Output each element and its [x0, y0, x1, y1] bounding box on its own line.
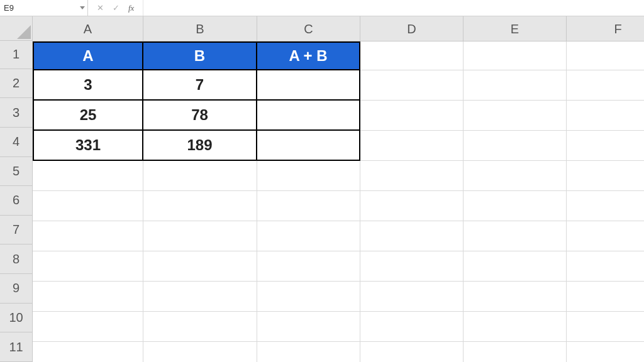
row-header-8[interactable]: 8 — [0, 244, 33, 274]
row-header-10[interactable]: 10 — [0, 304, 33, 333]
chevron-down-icon[interactable] — [80, 6, 85, 9]
table-row — [33, 191, 644, 221]
cell-C6[interactable] — [257, 191, 360, 221]
cancel-icon[interactable]: ✕ — [97, 4, 104, 12]
cell-B4[interactable]: 189 — [143, 131, 257, 161]
cell-C9[interactable] — [257, 282, 360, 312]
cell-C4[interactable] — [257, 131, 360, 161]
row-header-2[interactable]: 2 — [0, 69, 33, 99]
table-row — [33, 312, 644, 342]
cell-E3[interactable] — [464, 101, 567, 131]
cell-F10[interactable] — [567, 312, 644, 342]
cell-F8[interactable] — [567, 251, 644, 282]
formula-input[interactable] — [143, 0, 644, 16]
cell-E11[interactable] — [464, 342, 567, 362]
cell-E8[interactable] — [464, 251, 567, 282]
row-header-9[interactable]: 9 — [0, 274, 33, 304]
cell-B8[interactable] — [143, 251, 257, 282]
cell-B3[interactable]: 78 — [143, 101, 257, 131]
confirm-icon[interactable]: ✓ — [113, 4, 119, 12]
cell-E1[interactable] — [464, 41, 567, 70]
cell-E2[interactable] — [464, 70, 567, 101]
cell-A7[interactable] — [33, 221, 143, 251]
cell-C2[interactable] — [257, 70, 360, 101]
row-header-5[interactable]: 5 — [0, 157, 33, 187]
table-row — [33, 251, 644, 282]
cell-C3[interactable] — [257, 101, 360, 131]
col-header-D[interactable]: D — [360, 16, 464, 41]
cell-C8[interactable] — [257, 251, 360, 282]
cell-B7[interactable] — [143, 221, 257, 251]
cell-F7[interactable] — [567, 221, 644, 251]
cell-A9[interactable] — [33, 282, 143, 312]
cell-F4[interactable] — [567, 131, 644, 161]
cell-D10[interactable] — [360, 312, 464, 342]
cell-B5[interactable] — [143, 161, 257, 191]
cell-B10[interactable] — [143, 312, 257, 342]
cell-A3[interactable]: 25 — [33, 101, 143, 131]
cell-A1[interactable]: A — [33, 41, 143, 70]
cell-A11[interactable] — [33, 342, 143, 362]
formula-bar-buttons: ✕ ✓ fx — [88, 0, 143, 16]
cell-D2[interactable] — [360, 70, 464, 101]
cell-E7[interactable] — [464, 221, 567, 251]
cell-F9[interactable] — [567, 282, 644, 312]
cell-A4[interactable]: 331 — [33, 131, 143, 161]
cell-C11[interactable] — [257, 342, 360, 362]
col-header-F[interactable]: F — [567, 16, 644, 41]
cell-D5[interactable] — [360, 161, 464, 191]
cell-F1[interactable] — [567, 41, 644, 70]
cell-B6[interactable] — [143, 191, 257, 221]
cell-B1[interactable]: B — [143, 41, 257, 70]
fx-icon[interactable]: fx — [128, 4, 134, 12]
cell-D9[interactable] — [360, 282, 464, 312]
col-header-A[interactable]: A — [33, 16, 143, 41]
cell-C7[interactable] — [257, 221, 360, 251]
cell-F5[interactable] — [567, 161, 644, 191]
table-row: 331 189 — [33, 131, 644, 161]
row-header-11[interactable]: 11 — [0, 332, 33, 362]
cell-A5[interactable] — [33, 161, 143, 191]
grid-area: A B C D E F A B A + B 3 7 — [33, 16, 644, 362]
row-header-4[interactable]: 4 — [0, 128, 33, 157]
cell-A2[interactable]: 3 — [33, 70, 143, 101]
cell-F2[interactable] — [567, 70, 644, 101]
cell-B9[interactable] — [143, 282, 257, 312]
cell-C1[interactable]: A + B — [257, 41, 360, 70]
cell-F6[interactable] — [567, 191, 644, 221]
cell-B2[interactable]: 7 — [143, 70, 257, 101]
cell-D6[interactable] — [360, 191, 464, 221]
cell-D4[interactable] — [360, 131, 464, 161]
cell-B11[interactable] — [143, 342, 257, 362]
cell-F11[interactable] — [567, 342, 644, 362]
cell-D1[interactable] — [360, 41, 464, 70]
col-header-B[interactable]: B — [143, 16, 257, 41]
cell-E10[interactable] — [464, 312, 567, 342]
cell-E5[interactable] — [464, 161, 567, 191]
col-header-E[interactable]: E — [464, 16, 567, 41]
cell-D7[interactable] — [360, 221, 464, 251]
cell-D3[interactable] — [360, 101, 464, 131]
table-row: 25 78 — [33, 101, 644, 131]
row-header-6[interactable]: 6 — [0, 186, 33, 216]
cell-C5[interactable] — [257, 161, 360, 191]
cell-A10[interactable] — [33, 312, 143, 342]
row-header-7[interactable]: 7 — [0, 216, 33, 245]
cell-E4[interactable] — [464, 131, 567, 161]
col-header-C[interactable]: C — [257, 16, 360, 41]
name-box[interactable]: E9 — [0, 0, 88, 16]
cell-D8[interactable] — [360, 251, 464, 282]
row-header-1[interactable]: 1 — [0, 41, 33, 69]
select-all-corner[interactable] — [0, 16, 33, 41]
cell-D11[interactable] — [360, 342, 464, 362]
cell-A8[interactable] — [33, 251, 143, 282]
table-row — [33, 161, 644, 191]
cell-E6[interactable] — [464, 191, 567, 221]
cell-E9[interactable] — [464, 282, 567, 312]
cell-F3[interactable] — [567, 101, 644, 131]
cell-C10[interactable] — [257, 312, 360, 342]
cells: A B A + B 3 7 25 78 — [33, 41, 644, 362]
cell-A6[interactable] — [33, 191, 143, 221]
row-header-strip: 1 2 3 4 5 6 7 8 9 10 11 — [0, 16, 33, 362]
row-header-3[interactable]: 3 — [0, 98, 33, 128]
